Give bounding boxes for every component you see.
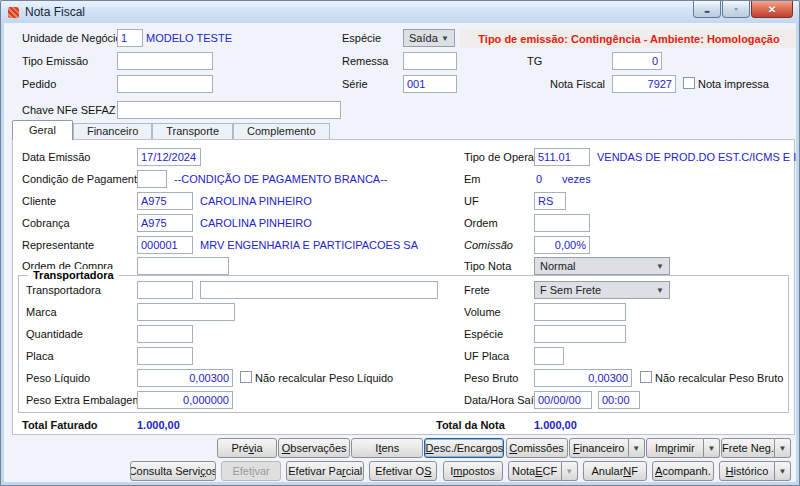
imprimir-dropdown-arrow[interactable]: ▼ xyxy=(704,438,720,458)
data-emissao-label: Data Emissão xyxy=(22,151,90,163)
peso-extra-input[interactable] xyxy=(137,391,233,409)
efetivar-os-button[interactable]: Efetivar OS xyxy=(369,461,437,481)
tipo-operacao-input[interactable] xyxy=(534,148,590,166)
tab-transporte[interactable]: Transporte xyxy=(152,123,233,139)
unidade-negocio-input[interactable] xyxy=(117,29,143,47)
frete-neg-button[interactable]: Frete Neg. xyxy=(721,438,775,458)
ordem-compra-input[interactable] xyxy=(137,257,229,275)
financeiro-button[interactable]: Financeiro xyxy=(569,438,629,458)
placa-input[interactable] xyxy=(137,347,193,365)
chevron-down-icon: ▼ xyxy=(707,444,715,453)
transportadora-label: Transportadora xyxy=(26,284,101,296)
total-faturado-label: Total Faturado xyxy=(22,419,98,431)
remessa-label: Remessa xyxy=(342,55,388,67)
especie-value: Saída xyxy=(409,32,438,44)
tipo-nota-value: Normal xyxy=(540,260,575,272)
imprimir-button[interactable]: Imprimir xyxy=(646,438,704,458)
comissao-label: Comissão xyxy=(464,239,513,251)
volume-input[interactable] xyxy=(534,303,626,321)
peso-liquido-label: Peso Líquido xyxy=(26,372,90,384)
tabstrip: Geral Financeiro Transporte Complemento xyxy=(12,119,330,139)
nota-impressa-label: Nota impressa xyxy=(698,78,769,90)
especie-transp-input[interactable] xyxy=(534,325,626,343)
tab-complemento[interactable]: Complemento xyxy=(233,123,329,139)
uf-input[interactable] xyxy=(534,192,566,210)
efetivar-parcial-button[interactable]: Efetivar Parcial xyxy=(286,461,364,481)
frete-select[interactable]: F Sem Frete ▼ xyxy=(534,281,670,299)
chave-nfe-input[interactable] xyxy=(117,101,341,119)
frete-value: F Sem Frete xyxy=(540,284,601,296)
uf-label: UF xyxy=(464,195,479,207)
nota-ecf-dropdown-arrow[interactable]: ▼ xyxy=(562,461,578,481)
previa-button[interactable]: Prévia xyxy=(217,438,277,458)
ordem-label: Ordem xyxy=(464,217,498,229)
tipo-emissao-label: Tipo Emissão xyxy=(22,55,88,67)
em-value: 0 xyxy=(536,173,542,185)
especie-select[interactable]: Saída ▼ xyxy=(403,29,455,47)
frete-neg-dropdown-arrow[interactable]: ▼ xyxy=(775,438,791,458)
nota-ecf-button[interactable]: Nota ECF xyxy=(508,461,562,481)
uf-placa-input[interactable] xyxy=(534,347,564,365)
button-row-2: Consulta Serviços Efetivar Efetivar Parc… xyxy=(130,461,791,481)
pedido-input[interactable] xyxy=(117,75,213,93)
comissao-input[interactable] xyxy=(534,236,590,254)
efetivar-button[interactable]: Efetivar xyxy=(221,461,281,481)
minimize-button[interactable]: ▂ xyxy=(693,1,721,18)
acompanh-button[interactable]: Acompanh. xyxy=(652,461,714,481)
comissoes-button[interactable]: Comissões xyxy=(506,438,568,458)
cobranca-input[interactable] xyxy=(137,214,193,232)
serie-label: Série xyxy=(342,78,368,90)
data-saida-input[interactable] xyxy=(534,391,592,409)
quantidade-input[interactable] xyxy=(137,325,193,343)
peso-extra-label: Peso Extra Embalagem xyxy=(26,394,142,406)
representante-input[interactable] xyxy=(137,236,193,254)
tg-label: TG xyxy=(527,55,542,67)
nota-fiscal-input[interactable] xyxy=(612,75,676,93)
nao-recalcular-peso-liquido-checkbox[interactable] xyxy=(240,371,252,383)
maximize-button[interactable]: ▫ xyxy=(722,1,750,18)
tipo-emissao-input[interactable] xyxy=(117,52,213,70)
financeiro-dropdown-arrow[interactable]: ▼ xyxy=(629,438,645,458)
peso-bruto-input[interactable] xyxy=(534,369,632,387)
unidade-negocio-desc: MODELO TESTE xyxy=(146,32,232,44)
app-icon xyxy=(8,7,19,18)
consulta-servicos-button[interactable]: Consulta Serviços xyxy=(130,461,216,481)
transportadora-group-title: Transportadora xyxy=(28,269,119,281)
peso-liquido-input[interactable] xyxy=(137,369,233,387)
itens-button[interactable]: Itens xyxy=(351,438,423,458)
maximize-icon: ▫ xyxy=(734,5,737,14)
tab-financeiro[interactable]: Financeiro xyxy=(73,123,152,139)
chevron-down-icon: ▼ xyxy=(656,286,664,295)
historico-dropdown-arrow[interactable]: ▼ xyxy=(775,461,791,481)
nao-recalcular-peso-bruto-checkbox[interactable] xyxy=(640,371,652,383)
button-row-1: Prévia Observações Itens Desc./Encargos … xyxy=(217,438,791,458)
condicao-pagamento-desc: --CONDIÇÃO DE PAGAMENTO BRANCA-- xyxy=(174,173,388,185)
tg-input[interactable] xyxy=(612,52,662,70)
tipo-nota-select[interactable]: Normal ▼ xyxy=(534,257,670,275)
chevron-down-icon: ▼ xyxy=(779,467,787,476)
anular-nf-button[interactable]: Anular NF xyxy=(583,461,647,481)
data-emissao-input[interactable] xyxy=(137,148,201,166)
titlebar: Nota Fiscal ▂ ▫ ✕ xyxy=(1,1,799,23)
frete-label: Frete xyxy=(464,284,490,296)
em-suffix: vezes xyxy=(562,173,591,185)
nota-impressa-checkbox[interactable] xyxy=(683,77,695,89)
impostos-button[interactable]: Impostos xyxy=(443,461,503,481)
chevron-down-icon: ▼ xyxy=(441,34,449,43)
close-button[interactable]: ✕ xyxy=(751,1,793,18)
marca-input[interactable] xyxy=(137,303,235,321)
remessa-input[interactable] xyxy=(403,52,457,70)
observacoes-button[interactable]: Observações xyxy=(278,438,350,458)
ordem-input[interactable] xyxy=(534,214,590,232)
minimize-icon: ▂ xyxy=(705,5,710,14)
close-icon: ✕ xyxy=(768,5,776,14)
historico-button[interactable]: Histórico xyxy=(719,461,775,481)
desc-encargos-button[interactable]: Desc./Encargos xyxy=(424,438,504,458)
hora-saida-input[interactable] xyxy=(598,391,640,409)
transportadora-code-input[interactable] xyxy=(137,281,193,299)
cliente-input[interactable] xyxy=(137,192,193,210)
transportadora-desc-input[interactable] xyxy=(200,281,438,299)
condicao-pagamento-input[interactable] xyxy=(137,170,167,188)
serie-input[interactable] xyxy=(403,75,457,93)
tab-geral[interactable]: Geral xyxy=(12,120,73,140)
